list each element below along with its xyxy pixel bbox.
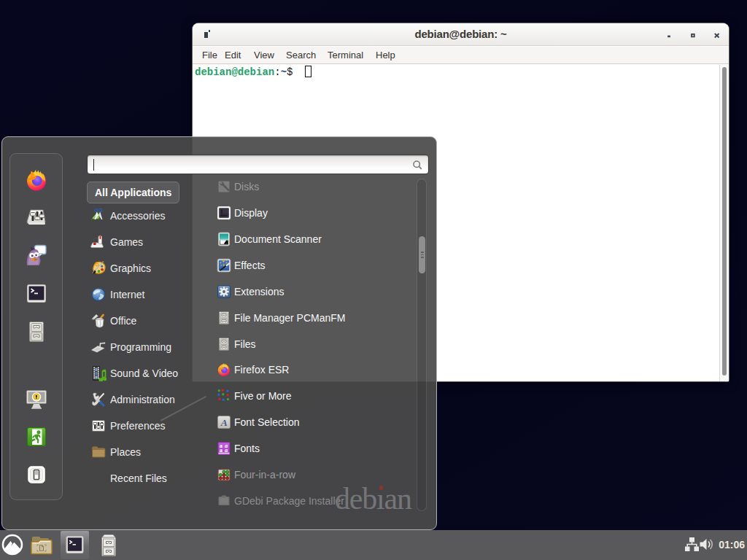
svg-text:a: a — [220, 446, 223, 454]
svg-text:A: A — [220, 417, 228, 428]
